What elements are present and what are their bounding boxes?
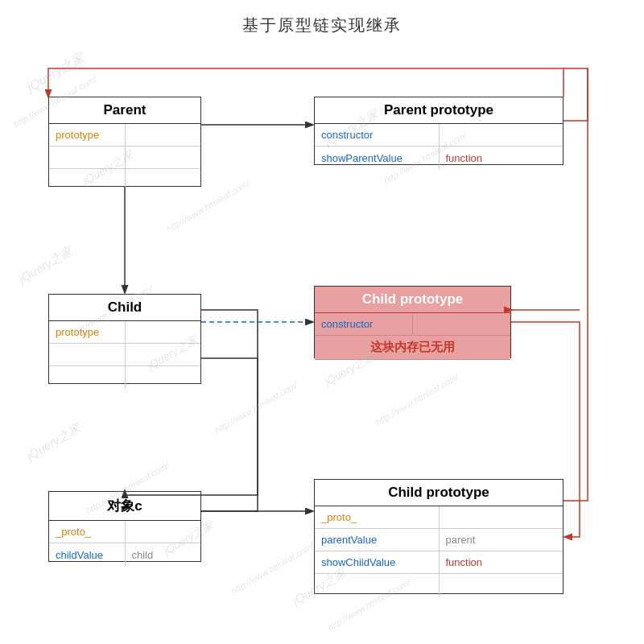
parent-prototype-label: prototype bbox=[49, 124, 125, 146]
cp-row-4 bbox=[315, 574, 563, 597]
child-prototype-red-box: Child prototype constructor 这块内存已无用 bbox=[314, 286, 511, 358]
constructor-label: constructor bbox=[315, 124, 439, 146]
cp-row-1: _proto_ bbox=[315, 506, 563, 529]
objc-proto-label: _proto_ bbox=[49, 521, 125, 543]
object-c-title: 对象c bbox=[49, 492, 200, 521]
child-row-1: prototype bbox=[49, 321, 200, 344]
child-red-constructor-label: constructor bbox=[315, 313, 412, 335]
parent-proto-row-2: showParentValue function bbox=[315, 147, 563, 169]
objc-row-1: _proto_ bbox=[49, 521, 200, 543]
objc-childvalue-label: childValue bbox=[49, 543, 125, 566]
child-prototype-bottom-box: Child prototype _proto_ parentValue pare… bbox=[314, 479, 564, 594]
child-prototype-red-title: Child prototype bbox=[315, 287, 510, 313]
parent-proto-row-1: constructor bbox=[315, 124, 563, 147]
child-prototype-bottom-title: Child prototype bbox=[315, 480, 563, 506]
cp-showchildvalue-value: function bbox=[439, 551, 564, 573]
objc-row-2: childValue child bbox=[49, 543, 200, 566]
parent-prototype-box-title: Parent prototype bbox=[315, 97, 563, 124]
cp-parentvalue-label: parentValue bbox=[315, 529, 439, 551]
parent-row-3 bbox=[49, 169, 200, 192]
cp-showchildvalue-label: showChildValue bbox=[315, 551, 439, 573]
child-row-2 bbox=[49, 344, 200, 366]
cp-proto-label: _proto_ bbox=[315, 506, 439, 528]
page-title: 基于原型链实现继承 bbox=[0, 0, 644, 36]
parent-prototype-value bbox=[125, 124, 201, 146]
child-red-row-1: constructor bbox=[315, 313, 510, 336]
child-box-title: Child bbox=[49, 295, 200, 321]
child-row-3 bbox=[49, 366, 200, 389]
objc-childvalue-value: child bbox=[125, 543, 201, 566]
cp-row-2: parentValue parent bbox=[315, 529, 563, 551]
parent-prototype-box: Parent prototype constructor showParentV… bbox=[314, 97, 564, 165]
diagram: Parent prototype Parent prototype constr… bbox=[0, 44, 644, 644]
parent-row-2 bbox=[49, 147, 200, 169]
cp-row-3: showChildValue function bbox=[315, 551, 563, 574]
child-red-row-2: 这块内存已无用 bbox=[315, 336, 510, 360]
showparentvalue-value: function bbox=[439, 147, 564, 169]
child-red-memory-label: 这块内存已无用 bbox=[315, 336, 510, 359]
child-box: Child prototype bbox=[48, 294, 201, 384]
parent-row-1: prototype bbox=[49, 124, 200, 147]
child-prototype-label: prototype bbox=[49, 321, 125, 343]
parent-box: Parent prototype bbox=[48, 97, 201, 187]
showparentvalue-label: showParentValue bbox=[315, 147, 439, 169]
object-c-box: 对象c _proto_ childValue child bbox=[48, 491, 201, 562]
parent-box-title: Parent bbox=[49, 97, 200, 124]
cp-parentvalue-value: parent bbox=[439, 529, 564, 551]
